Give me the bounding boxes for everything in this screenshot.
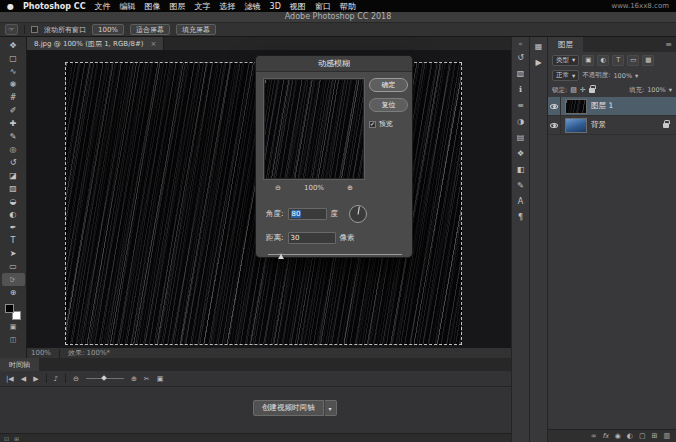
styles-panel-icon[interactable]: ❖ [512,145,530,161]
create-video-timeline-button[interactable]: 创建视频时间轴 [253,400,324,416]
new-adjustment-layer-icon[interactable]: ◐ [627,432,633,440]
tab-layers[interactable]: 图层 [548,37,583,52]
preview-zoom-out-icon[interactable]: ⊖ [275,184,281,192]
background-lock-icon[interactable] [663,121,669,130]
lasso-tool[interactable]: ∿ [2,65,25,78]
menu-layer[interactable]: 图层 [170,1,186,12]
menu-image[interactable]: 图像 [145,1,161,12]
zoom-100-button[interactable]: 100% [92,24,124,35]
layer-row-background[interactable]: 背景 [548,116,676,135]
adjustments-panel-icon[interactable]: ◑ [512,113,530,129]
split-clip-icon[interactable]: ✂ [144,375,150,383]
lock-transparent-pixels-icon[interactable]: ▨ [570,86,577,94]
layer-thumbnail[interactable] [565,118,587,133]
hand-tool[interactable]: ☞ [2,273,25,286]
tool-preset-picker[interactable]: ☞ [5,24,18,35]
reset-button[interactable]: 复位 [369,98,408,112]
blur-preview-box[interactable] [264,79,364,179]
slider-knob[interactable] [101,375,107,381]
menu-view[interactable]: 视图 [290,1,306,12]
crop-tool[interactable]: # [2,91,25,104]
menu-3d[interactable]: 3D [270,2,281,11]
swatches-panel-icon[interactable]: ▦ [530,38,548,54]
preview-checkbox-group[interactable]: ✓ 预览 [369,119,393,129]
info-panel-icon[interactable]: ℹ [512,81,530,97]
play-button[interactable]: ▶ [33,375,38,383]
fit-screen-button[interactable]: 适合屏幕 [130,24,170,35]
brushes-panel-icon[interactable]: ✎ [512,177,530,193]
color-panel-icon[interactable]: ◧ [512,161,530,177]
timeline-zoom-slider[interactable] [86,378,124,379]
menu-edit[interactable]: 编辑 [120,1,136,12]
previous-frame-button[interactable]: ◀ [21,375,26,383]
layer-name[interactable]: 图层 1 [591,101,613,111]
apple-icon[interactable]: ● [7,2,14,11]
layer-row-layer-1[interactable]: 图层 1 [548,97,676,116]
new-layer-icon[interactable]: ⊞ [652,432,658,440]
gradient-tool[interactable]: ▨ [2,182,25,195]
marquee-tool[interactable]: ▢ [2,52,25,65]
history-brush-tool[interactable]: ↺ [2,156,25,169]
opacity-value[interactable]: 100% [613,72,632,80]
lock-position-icon[interactable]: ✛ [580,86,586,94]
slider-thumb[interactable] [278,253,284,259]
visibility-toggle[interactable] [548,116,561,135]
foreground-color-swatch[interactable] [5,304,14,313]
layer-name[interactable]: 背景 [591,120,606,130]
frame-view-icon[interactable]: ⊡ [4,435,9,442]
blur-tool[interactable]: ◒ [2,195,25,208]
document-tab[interactable]: 8.jpg @ 100% (图层 1, RGB/8#) × [27,37,164,50]
panel-menu-icon[interactable]: ≡ [661,40,676,49]
filter-smart-objects-icon[interactable]: ▩ [642,55,654,66]
preview-zoom-in-icon[interactable]: ⊕ [347,184,353,192]
visibility-toggle[interactable] [548,97,561,116]
distance-input[interactable]: 30 [288,232,336,244]
quick-mask-button[interactable]: ▣ [2,320,25,333]
shape-tool[interactable]: ▭ [2,260,25,273]
libraries-panel-icon[interactable]: ▤ [512,129,530,145]
distance-slider[interactable] [268,251,402,258]
layer-thumbnail[interactable] [565,99,587,114]
properties-panel-icon[interactable]: ≡ [512,97,530,113]
quick-selection-tool[interactable]: ❋ [2,78,25,91]
healing-brush-tool[interactable]: ✚ [2,117,25,130]
fill-screen-button[interactable]: 填充屏幕 [176,24,216,35]
close-icon[interactable]: × [151,40,157,48]
timeline-type-dropdown[interactable]: ▾ [324,400,337,416]
dialog-title[interactable]: 动感模糊 [256,56,412,72]
audio-mute-button[interactable]: ♪ [54,375,58,383]
actions-panel-icon[interactable]: ▶ [530,54,548,70]
character-panel-icon[interactable]: A [512,193,530,209]
filter-adjustment-layers-icon[interactable]: ◐ [597,55,609,66]
eraser-tool[interactable]: ◪ [2,169,25,182]
menu-select[interactable]: 选择 [220,1,236,12]
menu-window[interactable]: 窗口 [315,1,331,12]
brush-tool[interactable]: ✎ [2,130,25,143]
first-frame-button[interactable]: |◀ [6,375,14,383]
timeline-zoom-in-icon[interactable]: ⊕ [131,375,137,383]
path-selection-tool[interactable]: ➤ [2,247,25,260]
blend-mode-select[interactable]: 正常 ▾ [552,70,579,81]
timeline-zoom-out-icon[interactable]: ⊖ [73,375,79,383]
slider-track[interactable] [268,254,402,255]
status-zoom-field[interactable]: 100% [31,349,51,357]
pen-tool[interactable]: ✒ [2,221,25,234]
menu-help[interactable]: 帮助 [340,1,356,12]
menu-file[interactable]: 文件 [95,1,111,12]
delete-layer-icon[interactable]: ▥ [663,432,670,440]
zoom-tool[interactable]: ⊕ [2,286,25,299]
transition-camera-icon[interactable]: ▣ [157,375,164,383]
screen-mode-button[interactable]: ◫ [2,333,25,346]
link-layers-icon[interactable]: ∞ [591,432,597,440]
filter-shape-layers-icon[interactable]: ▭ [627,55,639,66]
expand-panels-icon[interactable]: « [518,38,522,49]
menubar-app-name[interactable]: Photoshop CC [23,2,86,11]
chevron-down-icon[interactable]: ▾ [635,72,638,80]
angle-input[interactable]: 80 [288,208,327,220]
eyedropper-tool[interactable]: ✐ [2,104,25,117]
add-mask-icon[interactable]: ◉ [615,432,621,440]
menu-filter[interactable]: 滤镜 [245,1,261,12]
ok-button[interactable]: 确定 [369,78,408,92]
move-tool[interactable]: ✥ [2,39,25,52]
preview-checkbox[interactable]: ✓ [369,121,376,128]
